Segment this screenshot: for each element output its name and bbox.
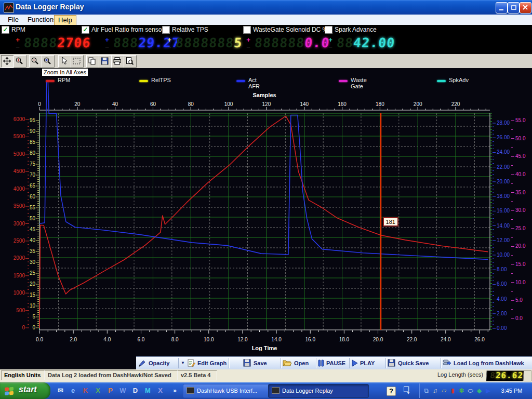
start-button[interactable]: start	[0, 382, 50, 399]
samples-tick: 0	[32, 101, 47, 107]
toolbar-button-pointer[interactable]	[58, 55, 71, 68]
tps-tick: 85	[22, 139, 35, 145]
pan-icon	[3, 57, 11, 65]
tps-tick: 50	[22, 216, 35, 221]
tray-mouse-icon[interactable]: ⬭	[466, 387, 475, 395]
tray-sync-icon[interactable]: ✽	[457, 387, 466, 395]
print-icon	[113, 57, 122, 65]
wastegate-tick: 25.0	[515, 225, 532, 231]
log-length-display: 826.62	[486, 370, 524, 381]
checkbox-rpm[interactable]: ✓	[2, 26, 9, 34]
tps-tick: 20	[22, 281, 35, 287]
wastegate-tick: 30.0	[515, 207, 532, 213]
tray-diamond-icon[interactable]: ◆	[475, 387, 484, 395]
ghost-digits: 888888	[254, 35, 305, 50]
toolbar-button-zoom-out[interactable]	[29, 55, 42, 68]
frontpage-icon[interactable]: D	[131, 387, 140, 395]
outlook-express-icon[interactable]: ✉	[56, 387, 65, 395]
tps-tick: 35	[22, 248, 35, 254]
plus-glyph: +	[16, 36, 20, 44]
checkbox-air-fuel-ratio-from-sensor[interactable]: ✓	[82, 26, 89, 34]
tray-alert-book-icon[interactable]: ▮	[448, 387, 457, 395]
close-button[interactable]	[520, 2, 531, 14]
excel-icon[interactable]: X	[94, 387, 102, 395]
resize-grip[interactable]	[524, 370, 531, 381]
chevron-down-icon[interactable]: ▼	[406, 391, 410, 395]
minimize-button[interactable]	[496, 2, 508, 14]
maximize-button[interactable]	[508, 2, 520, 14]
task-label: DashHawk USB Interf...	[197, 388, 257, 394]
menu-item-help[interactable]: Help	[54, 15, 76, 26]
time-tick: 2.0	[65, 337, 81, 342]
tray-volume-icon[interactable]: ♫	[431, 387, 440, 395]
window-title: Data Logger Replay	[16, 3, 84, 11]
ghost-digits: 8888	[23, 35, 58, 50]
cursor-sample-label[interactable]: 181	[383, 217, 398, 227]
menu-item-file[interactable]: File	[4, 15, 22, 25]
checkbox-relative-tps[interactable]	[162, 26, 170, 34]
access-icon[interactable]: K	[81, 387, 90, 395]
tps-tick: 75	[22, 161, 35, 167]
plot-canvas[interactable]	[0, 68, 532, 369]
tooltip-zoom-in-all-axes: Zoom In All Axes	[42, 68, 88, 76]
samples-tick: 60	[145, 101, 161, 107]
legend-label: RPM	[58, 77, 70, 83]
toolbar-button-print[interactable]	[111, 55, 124, 68]
logtime-axis-title: Log Time	[212, 345, 316, 351]
checkbox-label: WasteGate Solenoid DC %	[253, 26, 328, 33]
toolbar-button-zoom-all-axes[interactable]	[14, 55, 26, 68]
series-rpm	[39, 116, 488, 328]
wastegate-tick: 0.0	[515, 315, 532, 321]
powerpoint-icon[interactable]: P	[106, 387, 115, 395]
log-length-label: Log Length (secs)	[424, 371, 483, 378]
x-app-icon[interactable]: X	[156, 387, 165, 395]
checkbox-wastegate-solenoid-dc-[interactable]	[243, 26, 251, 34]
legend-label: SpkAdv	[449, 77, 469, 83]
toolbar-button-save[interactable]	[99, 55, 112, 68]
wastegate-tick: 45.0	[515, 153, 532, 159]
samples-tick: 20	[70, 101, 85, 107]
toolbar-button-zoom-in[interactable]	[42, 55, 55, 68]
status-message: Data Log 2 loaded from DashHawk/Not Save…	[45, 370, 178, 380]
tray-card-icon[interactable]: ▱	[440, 387, 448, 395]
internet-explorer-icon[interactable]: e	[69, 387, 77, 395]
series-act-afr	[39, 81, 488, 259]
help-tray-icon[interactable]: ?	[387, 387, 396, 396]
ghost-digits: 888	[113, 35, 139, 50]
tray-network-icon[interactable]: ⧉	[422, 387, 431, 395]
taskbar: start ✉eKXPWDMX» DashHawk USB Interf...D…	[0, 382, 532, 399]
task-button-data-logger-replay[interactable]: Data Logger Replay	[268, 384, 369, 398]
app-icon	[4, 3, 14, 13]
samples-tick: 40	[108, 101, 123, 107]
seg-digits: 88882706	[23, 35, 91, 50]
plus-glyph: +	[328, 36, 332, 44]
time-tick: 26.0	[472, 337, 487, 342]
tps-tick: 25	[22, 270, 35, 276]
toolbar-button-select-region[interactable]	[71, 55, 84, 68]
samples-tick: 120	[259, 101, 274, 107]
afr-tick: 16.00	[497, 208, 517, 214]
seg-digits: 8888880.0	[254, 35, 330, 50]
toolbar-button-pan[interactable]	[1, 55, 14, 68]
tps-tick: 30	[22, 259, 35, 265]
quick-launch-overflow-chevron[interactable]: »	[170, 387, 179, 395]
word-icon[interactable]: W	[118, 387, 127, 395]
toolbar-button-print-preview[interactable]	[124, 55, 137, 68]
checkbox-label: Relative TPS	[172, 26, 208, 33]
tray-media-play-icon[interactable]: ▶	[484, 387, 493, 395]
checkbox-spark-advance[interactable]	[325, 26, 332, 34]
legend-label: RelTPS	[151, 77, 171, 83]
checkbox-label: RPM	[11, 26, 25, 33]
task-button-dashhawk-usb-interf-[interactable]: DashHawk USB Interf...	[183, 384, 271, 398]
tps-tick: 55	[22, 205, 35, 210]
readout-value: 5	[233, 35, 243, 50]
time-tick: 8.0	[167, 337, 183, 342]
wastegate-tick: 15.0	[515, 261, 532, 267]
afr-tick: 20.00	[497, 179, 517, 184]
wastegate-tick: 10.0	[515, 280, 532, 285]
samples-axis-title: Samples	[212, 92, 316, 98]
toolbar-button-copy[interactable]	[86, 55, 99, 68]
time-tick: 4.0	[99, 337, 115, 342]
windows-flag-icon	[4, 386, 15, 397]
messenger-icon[interactable]: M	[143, 387, 152, 395]
